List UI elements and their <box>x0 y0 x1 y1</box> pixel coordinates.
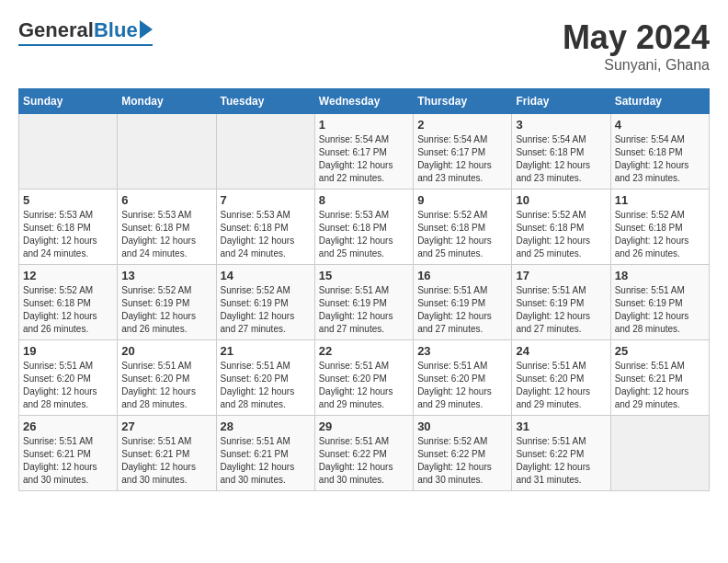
day-detail: Sunrise: 5:54 AM Sunset: 6:17 PM Dayligh… <box>319 133 409 185</box>
header-saturday: Saturday <box>610 89 709 114</box>
day-number: 22 <box>319 344 409 358</box>
day-detail: Sunrise: 5:51 AM Sunset: 6:20 PM Dayligh… <box>121 360 211 411</box>
day-number: 29 <box>319 419 409 433</box>
calendar-cell: 10Sunrise: 5:52 AM Sunset: 6:18 PM Dayli… <box>512 190 610 265</box>
day-detail: Sunrise: 5:51 AM Sunset: 6:20 PM Dayligh… <box>23 360 113 411</box>
day-number: 19 <box>23 344 113 358</box>
day-number: 23 <box>417 344 507 358</box>
calendar-cell: 20Sunrise: 5:51 AM Sunset: 6:20 PM Dayli… <box>118 340 216 416</box>
logo-general: General <box>18 18 94 42</box>
day-number: 7 <box>221 193 311 207</box>
calendar-cell: 17Sunrise: 5:51 AM Sunset: 6:19 PM Dayli… <box>512 265 610 340</box>
calendar-cell: 25Sunrise: 5:51 AM Sunset: 6:21 PM Dayli… <box>610 340 709 416</box>
page-header: General Blue May 2024 Sunyani, Ghana <box>18 18 710 74</box>
calendar-cell: 3Sunrise: 5:54 AM Sunset: 6:18 PM Daylig… <box>512 114 610 190</box>
day-detail: Sunrise: 5:51 AM Sunset: 6:22 PM Dayligh… <box>516 435 606 487</box>
calendar-week-1: 1Sunrise: 5:54 AM Sunset: 6:17 PM Daylig… <box>19 114 710 190</box>
day-number: 31 <box>516 419 606 433</box>
day-detail: Sunrise: 5:52 AM Sunset: 6:18 PM Dayligh… <box>516 209 606 260</box>
calendar-cell: 24Sunrise: 5:51 AM Sunset: 6:20 PM Dayli… <box>512 340 610 416</box>
day-number: 2 <box>417 118 507 132</box>
calendar-cell <box>216 114 314 190</box>
day-detail: Sunrise: 5:53 AM Sunset: 6:18 PM Dayligh… <box>319 209 409 260</box>
calendar-cell: 29Sunrise: 5:51 AM Sunset: 6:22 PM Dayli… <box>314 416 413 491</box>
calendar-cell: 6Sunrise: 5:53 AM Sunset: 6:18 PM Daylig… <box>118 190 216 265</box>
day-number: 6 <box>121 193 211 207</box>
day-detail: Sunrise: 5:53 AM Sunset: 6:18 PM Dayligh… <box>23 209 113 260</box>
day-detail: Sunrise: 5:54 AM Sunset: 6:18 PM Dayligh… <box>516 133 606 185</box>
day-number: 21 <box>221 344 311 358</box>
calendar-cell: 13Sunrise: 5:52 AM Sunset: 6:19 PM Dayli… <box>118 265 216 340</box>
day-number: 10 <box>516 193 606 207</box>
logo-arrow-icon <box>140 20 153 39</box>
day-detail: Sunrise: 5:51 AM Sunset: 6:20 PM Dayligh… <box>417 360 507 411</box>
day-detail: Sunrise: 5:51 AM Sunset: 6:19 PM Dayligh… <box>417 284 507 336</box>
calendar-week-3: 12Sunrise: 5:52 AM Sunset: 6:18 PM Dayli… <box>19 265 710 340</box>
day-detail: Sunrise: 5:52 AM Sunset: 6:19 PM Dayligh… <box>221 284 311 336</box>
day-detail: Sunrise: 5:52 AM Sunset: 6:18 PM Dayligh… <box>417 209 507 260</box>
header-tuesday: Tuesday <box>216 89 314 114</box>
calendar-cell: 16Sunrise: 5:51 AM Sunset: 6:19 PM Dayli… <box>414 265 512 340</box>
day-number: 15 <box>319 269 409 282</box>
day-number: 3 <box>516 118 606 132</box>
day-number: 9 <box>417 193 507 207</box>
day-number: 28 <box>221 419 311 433</box>
day-detail: Sunrise: 5:51 AM Sunset: 6:21 PM Dayligh… <box>23 435 113 487</box>
calendar-title: May 2024 <box>563 18 710 57</box>
day-detail: Sunrise: 5:53 AM Sunset: 6:18 PM Dayligh… <box>221 209 311 260</box>
day-detail: Sunrise: 5:51 AM Sunset: 6:22 PM Dayligh… <box>319 435 409 487</box>
calendar-cell: 23Sunrise: 5:51 AM Sunset: 6:20 PM Dayli… <box>414 340 512 416</box>
calendar-cell <box>118 114 216 190</box>
day-number: 26 <box>23 419 113 433</box>
calendar-week-2: 5Sunrise: 5:53 AM Sunset: 6:18 PM Daylig… <box>19 190 710 265</box>
day-detail: Sunrise: 5:53 AM Sunset: 6:18 PM Dayligh… <box>121 209 211 260</box>
header-thursday: Thursday <box>414 89 512 114</box>
calendar-cell: 22Sunrise: 5:51 AM Sunset: 6:20 PM Dayli… <box>314 340 413 416</box>
day-number: 24 <box>516 344 606 358</box>
title-block: May 2024 Sunyani, Ghana <box>563 18 710 74</box>
day-detail: Sunrise: 5:52 AM Sunset: 6:22 PM Dayligh… <box>417 435 507 487</box>
day-number: 16 <box>417 269 507 282</box>
day-detail: Sunrise: 5:51 AM Sunset: 6:19 PM Dayligh… <box>615 284 705 336</box>
calendar-cell: 9Sunrise: 5:52 AM Sunset: 6:18 PM Daylig… <box>414 190 512 265</box>
day-detail: Sunrise: 5:52 AM Sunset: 6:19 PM Dayligh… <box>121 284 211 336</box>
calendar-table: SundayMondayTuesdayWednesdayThursdayFrid… <box>18 88 710 491</box>
calendar-week-5: 26Sunrise: 5:51 AM Sunset: 6:21 PM Dayli… <box>19 416 710 491</box>
day-number: 11 <box>615 193 705 207</box>
calendar-cell: 26Sunrise: 5:51 AM Sunset: 6:21 PM Dayli… <box>19 416 118 491</box>
calendar-header-row: SundayMondayTuesdayWednesdayThursdayFrid… <box>19 89 710 114</box>
header-wednesday: Wednesday <box>314 89 413 114</box>
day-number: 14 <box>221 269 311 282</box>
day-detail: Sunrise: 5:54 AM Sunset: 6:17 PM Dayligh… <box>417 133 507 185</box>
day-detail: Sunrise: 5:51 AM Sunset: 6:20 PM Dayligh… <box>516 360 606 411</box>
day-number: 20 <box>121 344 211 358</box>
calendar-cell: 11Sunrise: 5:52 AM Sunset: 6:18 PM Dayli… <box>610 190 709 265</box>
day-detail: Sunrise: 5:51 AM Sunset: 6:21 PM Dayligh… <box>221 435 311 487</box>
logo-blue: Blue <box>94 18 138 42</box>
calendar-cell: 5Sunrise: 5:53 AM Sunset: 6:18 PM Daylig… <box>19 190 118 265</box>
day-detail: Sunrise: 5:51 AM Sunset: 6:20 PM Dayligh… <box>319 360 409 411</box>
calendar-cell: 8Sunrise: 5:53 AM Sunset: 6:18 PM Daylig… <box>314 190 413 265</box>
day-number: 12 <box>23 269 113 282</box>
day-detail: Sunrise: 5:51 AM Sunset: 6:19 PM Dayligh… <box>516 284 606 336</box>
day-number: 18 <box>615 269 705 282</box>
calendar-cell: 2Sunrise: 5:54 AM Sunset: 6:17 PM Daylig… <box>414 114 512 190</box>
day-number: 5 <box>23 193 113 207</box>
calendar-cell: 18Sunrise: 5:51 AM Sunset: 6:19 PM Dayli… <box>610 265 709 340</box>
calendar-cell <box>19 114 118 190</box>
day-number: 27 <box>121 419 211 433</box>
day-detail: Sunrise: 5:51 AM Sunset: 6:21 PM Dayligh… <box>121 435 211 487</box>
calendar-cell: 28Sunrise: 5:51 AM Sunset: 6:21 PM Dayli… <box>216 416 314 491</box>
day-number: 30 <box>417 419 507 433</box>
day-number: 17 <box>516 269 606 282</box>
calendar-week-4: 19Sunrise: 5:51 AM Sunset: 6:20 PM Dayli… <box>19 340 710 416</box>
calendar-cell: 15Sunrise: 5:51 AM Sunset: 6:19 PM Dayli… <box>314 265 413 340</box>
calendar-cell: 1Sunrise: 5:54 AM Sunset: 6:17 PM Daylig… <box>314 114 413 190</box>
day-detail: Sunrise: 5:51 AM Sunset: 6:19 PM Dayligh… <box>319 284 409 336</box>
header-friday: Friday <box>512 89 610 114</box>
day-detail: Sunrise: 5:54 AM Sunset: 6:18 PM Dayligh… <box>615 133 705 185</box>
calendar-cell <box>610 416 709 491</box>
header-sunday: Sunday <box>19 89 118 114</box>
day-number: 13 <box>121 269 211 282</box>
day-number: 8 <box>319 193 409 207</box>
